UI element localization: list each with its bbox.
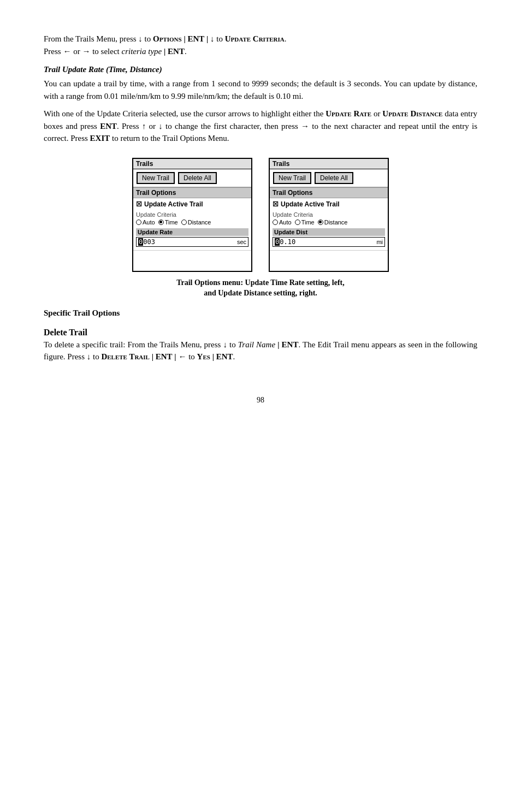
radio-right-time-label: Time xyxy=(301,219,315,226)
dialog-left-cursor: 0 xyxy=(138,238,143,246)
dialog-right-checkbox-row: ☒ Update Active Trail xyxy=(270,198,388,209)
caption-line2: and Update Distance setting, right. xyxy=(204,289,317,297)
dialog-left-input-section: Update Rate 0003 sec xyxy=(133,227,251,248)
section-heading: Trail Update Rate (Time, Distance) xyxy=(44,65,477,74)
radio-right-time-circle xyxy=(295,220,300,225)
dialog-right-checkbox-label: Update Active Trail xyxy=(281,200,340,208)
radio-right-distance-circle xyxy=(318,220,323,225)
checkbox-right-icon: ☒ xyxy=(273,200,279,208)
radio-distance-label: Distance xyxy=(188,219,211,226)
radio-time-circle xyxy=(158,220,164,225)
radio-right-auto-label: Auto xyxy=(279,219,292,226)
dialog-left-empty-box xyxy=(133,250,251,271)
diagram-caption: Trail Options menu: Update Time Rate set… xyxy=(44,277,477,299)
dialog-right-new-trail-btn[interactable]: New Trail xyxy=(273,172,311,184)
dialog-left-radio-row: Auto Time Distance xyxy=(136,219,248,226)
caption-line1: Trail Options menu: Update Time Rate set… xyxy=(176,278,345,287)
dialog-right-radio-time: Time xyxy=(295,219,315,226)
dialog-right-radio-row: Auto Time Distance xyxy=(273,219,385,226)
section-paragraph-1: You can update a trail by time, with a r… xyxy=(44,78,477,102)
diagrams-container: Trails New Trail Delete All Trail Option… xyxy=(44,158,477,272)
dialog-right-input-label: Update Dist xyxy=(273,228,385,236)
radio-auto-label: Auto xyxy=(143,219,155,226)
radio-distance-circle xyxy=(181,220,187,225)
checkbox-icon: ☒ xyxy=(136,200,142,208)
radio-right-auto-circle xyxy=(273,220,278,225)
dialog-left-title: Trails xyxy=(133,159,251,169)
dialog-right-empty-box xyxy=(270,250,388,271)
dialog-right-trail-options-label: Trail Options xyxy=(270,187,388,198)
dialog-right-criteria-section: Update Criteria Auto Time Distance xyxy=(270,209,388,227)
dialog-left-criteria-label: Update Criteria xyxy=(136,211,248,218)
intro-paragraph: From the Trails Menu, press ↓ to Options… xyxy=(44,33,477,57)
radio-time-label: Time xyxy=(165,219,178,226)
dialog-right-input-value: 0.10 xyxy=(280,238,295,246)
page-number: 98 xyxy=(44,396,477,405)
dialog-left-trail-options-label: Trail Options xyxy=(133,187,251,198)
dialog-right-title: Trails xyxy=(270,159,388,169)
section-paragraph-2: With one of the Update Criteria selected… xyxy=(44,108,477,145)
delete-trail-heading: Delete Trail xyxy=(44,328,477,337)
dialog-right-input-unit: mi xyxy=(376,239,383,245)
specific-options-heading: Specific Trail Options xyxy=(44,309,477,318)
dialog-left-checkbox-label: Update Active Trail xyxy=(144,200,203,208)
dialog-left-delete-all-btn[interactable]: Delete All xyxy=(178,172,217,184)
dialog-right-radio-auto: Auto xyxy=(273,219,292,226)
dialog-left-input-value: 003 xyxy=(143,238,155,246)
radio-right-distance-label: Distance xyxy=(324,219,348,226)
dialog-left: Trails New Trail Delete All Trail Option… xyxy=(132,158,252,272)
delete-paragraph: To delete a specific trail: From the Tra… xyxy=(44,339,477,363)
dialog-left-radio-time: Time xyxy=(158,219,178,226)
dialog-left-criteria-section: Update Criteria Auto Time Distance xyxy=(133,209,251,227)
dialog-right-criteria-label: Update Criteria xyxy=(273,211,385,218)
dialog-left-input-unit: sec xyxy=(237,239,246,245)
dialog-left-input-row: 0003 sec xyxy=(136,237,248,247)
dialog-right-button-row: New Trail Delete All xyxy=(270,169,388,187)
dialog-right-delete-all-btn[interactable]: Delete All xyxy=(315,172,353,184)
dialog-right-input-row: 00.10 mi xyxy=(273,237,385,247)
dialog-left-radio-distance: Distance xyxy=(181,219,211,226)
dialog-right-cursor: 0 xyxy=(275,238,280,246)
dialog-left-button-row: New Trail Delete All xyxy=(133,169,251,187)
dialog-right-radio-distance: Distance xyxy=(318,219,348,226)
dialog-left-radio-auto: Auto xyxy=(136,219,155,226)
dialog-left-input-label: Update Rate xyxy=(136,228,248,236)
dialog-right: Trails New Trail Delete All Trail Option… xyxy=(269,158,389,272)
radio-auto-circle xyxy=(136,220,141,225)
dialog-left-new-trail-btn[interactable]: New Trail xyxy=(137,172,175,184)
dialog-left-checkbox-row: ☒ Update Active Trail xyxy=(133,198,251,209)
dialog-right-input-section: Update Dist 00.10 mi xyxy=(270,227,388,248)
